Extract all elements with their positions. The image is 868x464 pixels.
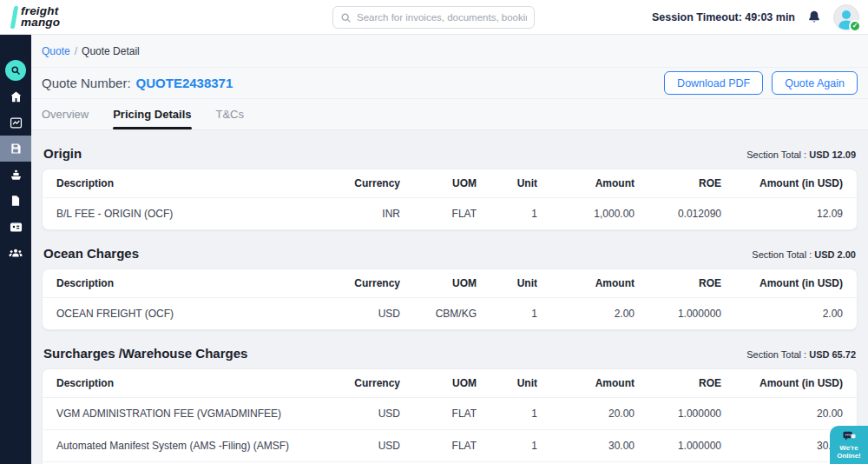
sidebar-item-quotes[interactable] — [0, 136, 31, 162]
notifications-bell-icon[interactable] — [807, 10, 821, 24]
column-header: Amount — [537, 177, 635, 189]
cell-unit: 1 — [477, 408, 537, 420]
cell-currency: INR — [331, 208, 400, 220]
column-header: Amount — [537, 277, 635, 289]
sidebar-item-documents[interactable] — [0, 188, 31, 214]
section-total: Section Total : USD 2.00 — [752, 249, 856, 260]
cell-roe: 1.000000 — [635, 408, 721, 420]
ship-icon — [10, 169, 23, 182]
column-header: Description — [56, 177, 331, 189]
column-header: ROE — [635, 277, 721, 289]
cell-amount: 30.00 — [537, 440, 635, 452]
breadcrumb-quote-link[interactable]: Quote — [42, 45, 70, 57]
cell-description: VGM ADMINISTRATION FEE (VGMADMINFEE) — [56, 408, 331, 420]
sidebar-item-shipments[interactable] — [0, 162, 31, 188]
column-header: Unit — [477, 277, 537, 289]
quote-again-button[interactable]: Quote Again — [772, 71, 858, 95]
top-bar: freight mango Session Timeout: 49:03 min — [0, 0, 868, 35]
cell-amount_usd: 20.00 — [721, 408, 843, 420]
column-header: Currency — [331, 177, 400, 189]
column-header: Amount (in USD) — [721, 277, 843, 289]
cell-description: Automated Manifest System (AMS -Filing) … — [56, 440, 331, 452]
pricing-table: DescriptionCurrencyUOMUnitAmountROEAmoun… — [42, 268, 858, 330]
cell-uom: CBM/KG — [400, 308, 477, 320]
sidebar-item-contacts[interactable] — [0, 214, 31, 240]
section-title: Origin — [43, 146, 82, 161]
sidebar-item-teams[interactable] — [0, 240, 31, 266]
section-total-label: Section Total : — [746, 349, 809, 360]
section-title: Ocean Charges — [43, 246, 139, 261]
search-icon — [340, 12, 352, 23]
cell-currency: USD — [331, 408, 400, 420]
tab-pricing-details[interactable]: Pricing Details — [113, 99, 191, 129]
cell-uom: FLAT — [400, 408, 477, 420]
chat-bubbles-icon — [842, 431, 857, 443]
column-header: Unit — [477, 177, 537, 189]
cell-roe: 1.000000 — [635, 308, 721, 320]
section-total: Section Total : USD 65.72 — [746, 349, 856, 360]
sidebar-item-search[interactable] — [0, 57, 31, 83]
home-icon — [10, 90, 23, 103]
chat-status-line1: We're — [837, 444, 861, 452]
pricing-section: Origin Section Total : USD 12.09 Descrip… — [42, 146, 858, 230]
table-row: OCEAN FREIGHT (OCF)USDCBM/KG12.001.00000… — [43, 297, 857, 329]
search-icon — [5, 60, 26, 81]
tab-tcs[interactable]: T&Cs — [216, 99, 245, 129]
section-total: Section Total : USD 12.09 — [746, 149, 856, 160]
pricing-section: Surcharges /Warehouse Charges Section To… — [42, 346, 858, 464]
cell-roe: 1.000000 — [635, 440, 721, 452]
freightmango-logo[interactable]: freight mango — [12, 6, 60, 29]
column-header: Currency — [331, 377, 400, 389]
table-header-row: DescriptionCurrencyUOMUnitAmountROEAmoun… — [43, 269, 857, 297]
column-header: Amount (in USD) — [721, 377, 843, 389]
id-card-icon — [10, 221, 23, 234]
global-search[interactable] — [332, 6, 535, 29]
live-chat-widget[interactable]: We're Online! — [830, 426, 868, 464]
quote-header-row: Quote Number: QUOTE2438371 Download PDF … — [31, 68, 868, 99]
table-row: Automated Manifest System (AMS -Filing) … — [43, 429, 857, 461]
column-header: Amount — [537, 377, 635, 389]
pricing-sections: Origin Section Total : USD 12.09 Descrip… — [31, 130, 868, 464]
logo-text: freight mango — [21, 6, 60, 28]
column-header: Description — [56, 377, 331, 389]
user-avatar[interactable]: ✓ — [833, 4, 859, 30]
column-header: ROE — [635, 177, 721, 189]
cell-description: B/L FEE - ORIGIN (OCF) — [56, 208, 331, 220]
table-header-row: DescriptionCurrencyUOMUnitAmountROEAmoun… — [43, 369, 857, 397]
cell-amount: 2.00 — [537, 308, 635, 320]
pricing-table: DescriptionCurrencyUOMUnitAmountROEAmoun… — [42, 368, 858, 464]
search-input[interactable] — [357, 12, 527, 23]
cell-amount: 1,000.00 — [537, 208, 635, 220]
cell-unit: 1 — [477, 208, 537, 220]
tab-overview[interactable]: Overview — [42, 99, 89, 129]
users-icon — [9, 247, 23, 259]
pricing-table: DescriptionCurrencyUOMUnitAmountROEAmoun… — [42, 169, 858, 230]
column-header: ROE — [635, 377, 721, 389]
download-pdf-button[interactable]: Download PDF — [664, 71, 763, 95]
quote-number-value[interactable]: QUOTE2438371 — [136, 76, 233, 90]
chat-status-line2: Online! — [837, 452, 861, 460]
cell-unit: 1 — [477, 440, 537, 452]
pricing-section: Ocean Charges Section Total : USD 2.00 D… — [42, 246, 858, 330]
table-row: VGM ADMINISTRATION FEE (VGMADMINFEE)USDF… — [43, 397, 857, 429]
cell-currency: USD — [331, 440, 400, 452]
cell-roe: 0.012090 — [635, 208, 721, 220]
tab-bar: Overview Pricing Details T&Cs — [31, 99, 868, 130]
sidebar-item-home[interactable] — [0, 83, 31, 109]
cell-uom: FLAT — [400, 440, 477, 452]
cell-uom: FLAT — [400, 208, 477, 220]
cell-amount_usd: 30.00 — [721, 440, 843, 452]
column-header: UOM — [400, 377, 477, 389]
online-check-badge: ✓ — [849, 20, 861, 32]
breadcrumb-separator: / — [75, 45, 77, 57]
document-icon — [10, 195, 22, 207]
logo-line2: mango — [21, 17, 60, 29]
column-header: UOM — [400, 277, 477, 289]
chart-icon — [10, 116, 23, 129]
section-total-value: USD 65.72 — [809, 349, 856, 360]
left-sidebar — [0, 35, 31, 464]
sidebar-item-analytics[interactable] — [0, 109, 31, 136]
cell-description: OCEAN FREIGHT (OCF) — [56, 308, 331, 320]
cell-currency: USD — [331, 308, 400, 320]
column-header: Currency — [331, 277, 400, 289]
